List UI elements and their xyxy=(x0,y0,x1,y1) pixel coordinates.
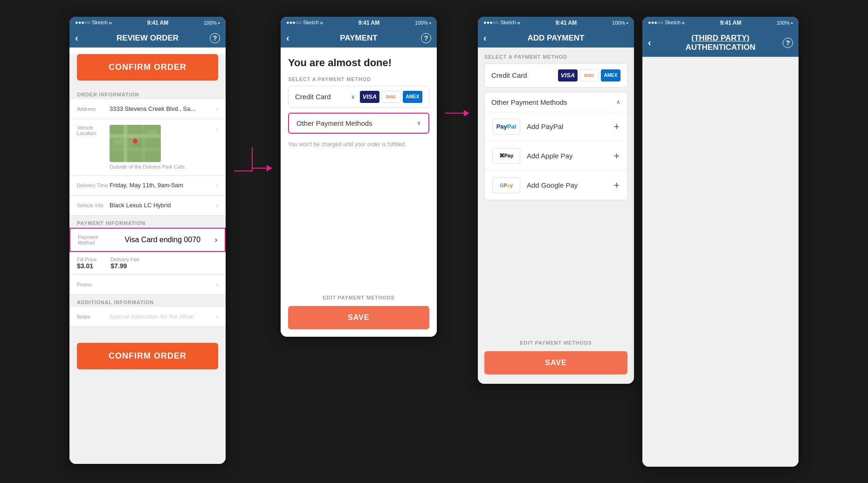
status-left-1: ●●●○○ Sketch ᵰ xyxy=(75,20,112,26)
notes-chevron: › xyxy=(216,313,218,321)
add-payment-screen-content: SELECT A PAYMENT METHOD Credit Card VISA… xyxy=(478,48,634,384)
status-bar-3: ●●●○○ Sketch ᵰ 9:41 AM 100% ▪ xyxy=(478,17,634,29)
not-charged-text: You won't be charged until your order is… xyxy=(288,141,429,148)
status-center-2: 9:41 AM xyxy=(358,20,380,26)
googlepay-row[interactable]: GPay Add Google Pay + xyxy=(485,171,627,200)
other-methods-label: Other Payment Methods xyxy=(296,119,372,127)
other-methods-header-3[interactable]: Other Payment Methods ∧ xyxy=(485,93,627,112)
credit-card-row[interactable]: Credit Card ∨ VISA DISC AMEX xyxy=(288,86,429,108)
select-payment-label-3: SELECT A PAYMENT METHOD xyxy=(484,54,627,60)
amex-icon-3: AMEX xyxy=(601,69,620,82)
delivery-time-row[interactable]: Delivery Time Friday, May 11th, 9am-5am … xyxy=(69,176,226,196)
screen-payment: ●●●○○ Sketch ᵰ 9:41 AM 100% ▪ ‹ PAYMENT … xyxy=(281,17,437,337)
paypal-row[interactable]: PayPal Add PayPal + xyxy=(485,112,627,142)
nav-bar-2: ‹ PAYMENT ? xyxy=(281,29,437,48)
svg-rect-7 xyxy=(147,129,157,137)
status-center-4: 9:41 AM xyxy=(720,20,742,26)
card-icons-3: VISA DISC AMEX xyxy=(558,69,620,82)
other-methods-button[interactable]: Other Payment Methods ∨ xyxy=(288,113,429,134)
discover-icon: DISC xyxy=(381,91,401,103)
vehicle-info-row[interactable]: Vehicle Info Black Lexus LC Hybrid › xyxy=(69,196,226,216)
screen-add-payment: ●●●○○ Sketch ᵰ 9:41 AM 100% ▪ ‹ ADD PAYM… xyxy=(478,17,634,384)
confirm-order-bottom-button[interactable]: CONFIRM ORDER xyxy=(77,343,218,369)
paypal-logo-box: PayPal xyxy=(492,119,520,135)
arrow-1-2 xyxy=(234,147,272,171)
delivery-fee-value: $7.99 xyxy=(110,262,139,270)
googlepay-label: Add Google Pay xyxy=(527,181,613,189)
credit-card-section-3[interactable]: Credit Card VISA DISC AMEX xyxy=(484,63,627,88)
payment-method-label: Payment Method xyxy=(78,234,110,245)
card-icons: VISA DISC AMEX xyxy=(360,91,422,103)
vehicle-info-label: Vehicle Info xyxy=(77,203,110,208)
vehicle-location-caption: Outside of the Dolores Park Cafe. xyxy=(110,164,186,170)
status-bar-1: ●●●○○ Sketch ᵰ 9:41 AM 100% ▪ xyxy=(69,17,226,29)
save-button-3[interactable]: SAVE xyxy=(484,351,627,374)
back-button-2[interactable]: ‹ xyxy=(286,33,289,43)
applepay-label: Add Apple Pay xyxy=(527,152,613,160)
nav-bar-4: ‹ (THIRD PARTY) AUTHENTICATION ? xyxy=(642,29,799,57)
googlepay-logo-box: GPay xyxy=(492,177,520,193)
status-right-2: 100% ▪ xyxy=(415,20,431,26)
delivery-time-label: Delivery Time xyxy=(77,183,110,188)
payment-info-label: PAYMENT INFORMATION xyxy=(69,216,226,228)
address-chevron: › xyxy=(216,105,218,113)
googlepay-logo: GPay xyxy=(500,183,513,188)
auth-screen-content xyxy=(642,57,799,467)
address-row[interactable]: Address 3333 Stevens Creek Blvd., Sa... … xyxy=(69,99,226,119)
applepay-logo: ⌘Pay xyxy=(499,153,514,159)
nav-bar-1: ‹ REVIEW ORDER ? xyxy=(69,29,226,48)
add-payment-spacer xyxy=(478,200,634,331)
paypal-logo: PayPal xyxy=(496,123,517,130)
screens-container: ●●●○○ Sketch ᵰ 9:41 AM 100% ▪ ‹ REVIEW O… xyxy=(60,7,808,476)
back-button-1[interactable]: ‹ xyxy=(75,33,78,43)
status-right-3: 100% ▪ xyxy=(612,20,628,26)
other-methods-chevron-icon: ∨ xyxy=(417,120,421,126)
nav-title-3: ADD PAYMENT xyxy=(528,34,585,43)
visa-icon-3: VISA xyxy=(558,69,578,82)
applepay-add-button[interactable]: + xyxy=(613,150,620,162)
svg-rect-4 xyxy=(110,148,161,151)
help-button-1[interactable]: ? xyxy=(210,33,220,43)
status-left-3: ●●●○○ Sketch ᵰ xyxy=(483,20,520,26)
vehicle-location-row[interactable]: VehicleLocation xyxy=(69,119,226,176)
status-left-4: ●●●○○ Sketch ᵰ xyxy=(648,20,685,26)
delivery-fee-label: Delivery Fee xyxy=(110,257,139,262)
help-button-2[interactable]: ? xyxy=(421,33,431,43)
save-btn-container-3: SAVE xyxy=(478,351,634,384)
delivery-fee-item: Delivery Fee $7.99 xyxy=(110,257,139,270)
credit-card-dropdown-icon: ∨ xyxy=(351,94,355,100)
payment-method-value: Visa Card ending 0070 xyxy=(125,236,201,244)
confirm-order-top-button[interactable]: CONFIRM ORDER xyxy=(77,54,218,81)
applepay-row[interactable]: ⌘Pay Add Apple Pay + xyxy=(485,142,627,171)
googlepay-add-button[interactable]: + xyxy=(613,179,620,191)
screen-review-order: ●●●○○ Sketch ᵰ 9:41 AM 100% ▪ ‹ REVIEW O… xyxy=(69,17,226,464)
edit-payment-link-2[interactable]: EDIT PAYMENT METHODS xyxy=(288,286,429,306)
screen-content-1: CONFIRM ORDER ORDER INFORMATION Address … xyxy=(69,54,226,464)
arrow-2-3 xyxy=(445,110,469,116)
status-center-1: 9:41 AM xyxy=(147,20,169,26)
status-left-2: ●●●○○ Sketch ᵰ xyxy=(286,20,323,26)
promo-row[interactable]: Promo › xyxy=(69,275,226,295)
back-button-3[interactable]: ‹ xyxy=(483,33,487,43)
nav-title-2: PAYMENT xyxy=(340,34,377,43)
promo-label: Promo xyxy=(77,282,110,287)
price-row: Fill Price $3.01 Delivery Fee $7.99 xyxy=(69,252,226,275)
nav-bar-3: ‹ ADD PAYMENT xyxy=(478,29,634,48)
edit-payment-link-3[interactable]: EDIT PAYMENT METHODS xyxy=(478,331,634,351)
vehicle-info-value: Black Lexus LC Hybrid xyxy=(110,202,216,209)
paypal-add-button[interactable]: + xyxy=(613,121,620,133)
fill-price-value: $3.01 xyxy=(77,262,96,270)
status-right-1: 100% ▪ xyxy=(204,20,220,26)
other-methods-up-chevron: ∧ xyxy=(616,99,620,105)
almost-done-title: You are almost done! xyxy=(288,57,429,69)
promo-chevron: › xyxy=(216,280,218,289)
nav-title-1: REVIEW ORDER xyxy=(117,34,179,43)
back-button-4[interactable]: ‹ xyxy=(648,37,651,48)
other-methods-section-3: Other Payment Methods ∧ PayPal Add PayPa… xyxy=(484,92,627,200)
fill-price-label: Fill Price xyxy=(77,257,96,262)
help-button-4[interactable]: ? xyxy=(783,38,793,48)
notes-row[interactable]: Notes Special instruction for the driver… xyxy=(69,307,226,327)
save-button-2[interactable]: SAVE xyxy=(288,306,429,329)
payment-method-chevron: › xyxy=(215,236,217,244)
payment-method-row[interactable]: Payment Method Visa Card ending 0070 › xyxy=(69,228,226,252)
